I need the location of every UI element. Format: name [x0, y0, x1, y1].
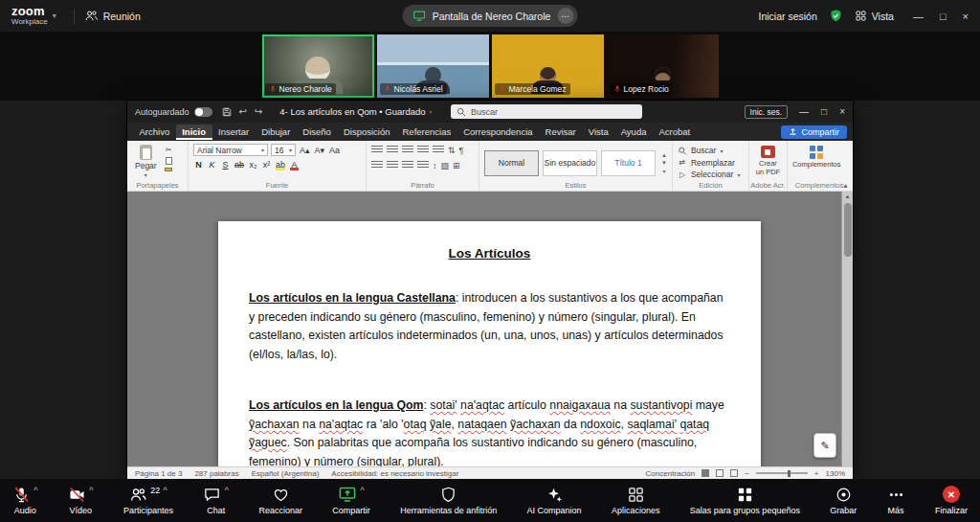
addins-button[interactable]: Complementos [792, 144, 840, 179]
multilevel-list-icon[interactable] [402, 146, 413, 154]
increase-indent-icon[interactable] [433, 146, 444, 154]
tab-referencias[interactable]: Referencias [396, 125, 457, 140]
participant-tile[interactable]: Nicolás Asriel [377, 34, 489, 98]
tab-revisar[interactable]: Revisar [539, 125, 582, 140]
style-normal[interactable]: Normal [484, 150, 539, 176]
align-center-icon[interactable] [387, 161, 398, 170]
word-close-button[interactable]: × [839, 106, 845, 117]
read-mode-icon[interactable] [702, 469, 709, 477]
create-pdf-button[interactable]: Crear un PDF [754, 144, 782, 179]
grow-font-icon[interactable]: A▴ [299, 145, 311, 156]
borders-icon[interactable]: ⊞ [453, 161, 460, 170]
word-minimize-button[interactable]: — [799, 106, 809, 117]
host-tools-button[interactable]: Herramientas de anfitrión [397, 479, 500, 522]
zoom-out-icon[interactable]: − [745, 469, 749, 478]
styles-scroll-down-icon[interactable]: ▼ [661, 160, 667, 166]
search-input[interactable]: Buscar [451, 104, 642, 119]
chevron-up-icon[interactable]: ^ [89, 486, 94, 494]
bullet-list-icon[interactable] [371, 146, 383, 154]
zoom-level[interactable]: 130% [826, 469, 845, 478]
redo-icon[interactable]: ↪ [255, 106, 262, 117]
tab-dibujar[interactable]: Dibujar [256, 125, 297, 140]
strikethrough-button[interactable]: ab [234, 159, 245, 170]
justify-icon[interactable] [417, 161, 429, 170]
undo-icon[interactable]: ↩ [239, 106, 247, 117]
style-titulo-1[interactable]: Título 1 [601, 150, 656, 176]
breakout-rooms-button[interactable]: Salas para grupos pequeños [687, 479, 803, 522]
shared-screen-pill[interactable]: Pantalla de Nereo Charole ⋯ [403, 5, 578, 27]
participant-tile[interactable]: Marcela Gomez [492, 34, 604, 98]
align-right-icon[interactable] [402, 161, 413, 170]
view-button[interactable]: Vista [855, 10, 894, 22]
tab-disposicion[interactable]: Disposición [337, 125, 396, 140]
find-button[interactable]: Buscar ▾ [678, 146, 740, 155]
tab-ayuda[interactable]: Ayuda [614, 125, 653, 140]
zoom-slider[interactable] [756, 472, 808, 474]
line-spacing-icon[interactable]: ↕ [433, 161, 437, 170]
chevron-up-icon[interactable]: ^ [360, 486, 365, 494]
numbered-list-icon[interactable] [387, 146, 398, 154]
styles-scroll-up-icon[interactable]: ▲ [661, 152, 667, 158]
autosave-toggle[interactable] [194, 107, 212, 117]
tab-correspondencia[interactable]: Correspondencia [457, 125, 539, 140]
document-title[interactable]: 4- Los artículos en Qom • Guardado ▾ [279, 106, 432, 117]
participant-tile[interactable]: Lopez Rocio [607, 34, 719, 98]
paste-button[interactable]: Pegar ▾ [132, 144, 160, 179]
decrease-indent-icon[interactable] [417, 146, 429, 154]
print-layout-icon[interactable] [716, 469, 724, 477]
tab-diseno[interactable]: Diseño [297, 125, 338, 140]
document-page[interactable]: Los Artículos Los artículos en la lengua… [218, 221, 761, 466]
document-scrollbar[interactable]: ▲ [841, 192, 853, 466]
video-button[interactable]: ^ Vídeo [65, 479, 97, 522]
tab-acrobat[interactable]: Acrobat [653, 125, 697, 140]
chevron-up-icon[interactable]: ^ [163, 486, 167, 494]
style-sin-espaciado[interactable]: Sin espaciado [543, 150, 597, 176]
scrollbar-thumb[interactable] [844, 203, 852, 257]
copy-icon[interactable] [166, 157, 172, 165]
chevron-down-icon[interactable]: ▾ [53, 11, 56, 20]
tab-vista[interactable]: Vista [582, 125, 614, 140]
sign-in-button[interactable]: Iniciar sesión [758, 11, 816, 22]
language-indicator[interactable]: Español (Argentina) [252, 469, 320, 478]
doc-paragraph-qom[interactable]: Los artículos en la lengua Qom: sotai' n… [249, 397, 730, 466]
close-button[interactable]: × [963, 11, 969, 22]
bold-button[interactable]: N [193, 159, 204, 170]
tab-insertar[interactable]: Insertar [212, 125, 256, 140]
web-layout-icon[interactable] [730, 469, 738, 477]
word-restore-button[interactable]: □ [821, 106, 827, 117]
participant-tile[interactable]: Nereo Charole [262, 34, 374, 98]
security-shield-icon[interactable] [829, 9, 843, 23]
align-left-icon[interactable] [371, 161, 383, 170]
apps-button[interactable]: Aplicaciones [609, 479, 663, 522]
shrink-font-icon[interactable]: A▾ [314, 145, 326, 156]
shading-icon[interactable]: ▨ [441, 161, 450, 170]
cut-icon[interactable]: ✂ [166, 146, 172, 154]
pen-annotation-widget[interactable]: ✎ [813, 433, 836, 458]
collapse-ribbon-icon[interactable]: ▲ [842, 182, 849, 189]
more-options-icon[interactable]: ⋯ [557, 8, 573, 24]
maximize-button[interactable]: □ [940, 11, 947, 22]
participants-button[interactable]: 22 ^ Participantes [121, 479, 176, 522]
end-meeting-button[interactable]: ✕ Finalizar [932, 479, 970, 522]
scroll-up-icon[interactable]: ▲ [845, 192, 851, 201]
chevron-up-icon[interactable]: ^ [224, 486, 229, 494]
sort-icon[interactable]: ⇅ [448, 146, 456, 155]
chat-button[interactable]: ^ Chat [200, 479, 232, 522]
accessibility-status[interactable]: Accesibilidad: es necesario investigar [331, 469, 458, 478]
save-icon[interactable] [222, 107, 232, 117]
change-case-icon[interactable]: Aa [328, 145, 341, 156]
replace-button[interactable]: ⇄ Reemplazar [678, 158, 740, 168]
page-indicator[interactable]: Página 1 de 3 [135, 469, 182, 478]
word-sign-in-button[interactable]: Inic. ses. [745, 105, 789, 119]
subscript-button[interactable]: x₂ [248, 159, 258, 170]
word-count[interactable]: 287 palabras [194, 469, 238, 478]
word-share-button[interactable]: Compartir [781, 125, 847, 139]
meeting-tab[interactable]: Reunión [84, 9, 141, 23]
focus-mode-button[interactable]: Concentración [646, 469, 696, 478]
share-screen-button[interactable]: ^ Compartir [329, 479, 373, 522]
chevron-up-icon[interactable]: ^ [33, 486, 38, 494]
more-button[interactable]: Más [884, 479, 908, 522]
tab-inicio[interactable]: Inicio [176, 125, 212, 140]
tab-archivo[interactable]: Archivo [133, 125, 176, 140]
ai-companion-button[interactable]: AI Companion [524, 479, 585, 522]
